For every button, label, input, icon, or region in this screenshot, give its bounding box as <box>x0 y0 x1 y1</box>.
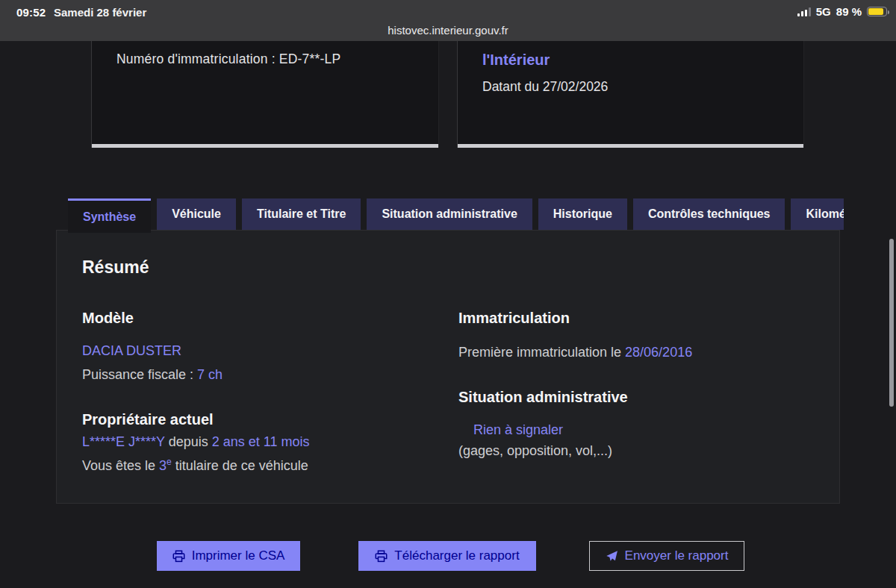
card-bottom-accent <box>458 144 803 148</box>
tab-kilometrage[interactable]: Kilométrage <box>791 198 844 230</box>
print-csa-label: Imprimer le CSA <box>192 548 285 563</box>
synthese-panel: Résumé Modèle DACIA DUSTER Puissance fis… <box>56 230 840 504</box>
print-csa-button[interactable]: Imprimer le CSA <box>157 541 300 571</box>
fiscal-power-label: Puissance fiscale : <box>82 367 197 382</box>
address-bar[interactable]: histovec.interieur.gouv.fr <box>0 24 896 37</box>
download-report-button[interactable]: Télécharger le rapport <box>358 541 536 571</box>
owner-heading: Propriétaire actuel <box>82 410 458 428</box>
holder-rank: 3 <box>159 458 167 473</box>
battery-icon <box>867 7 887 16</box>
holder-rank-ordinal: e <box>167 457 172 467</box>
first-registration-label: Première immatriculation le <box>458 345 625 360</box>
owner-line: L*****E J****Y depuis 2 ans et 11 mois <box>82 434 458 450</box>
clock: 09:52 <box>16 6 46 19</box>
panel-title: Résumé <box>82 257 839 277</box>
tab-vehicule[interactable]: Véhicule <box>157 198 236 230</box>
printer-icon <box>172 550 185 563</box>
situation-heading: Situation administrative <box>458 388 839 406</box>
send-report-button[interactable]: Envoyer le rapport <box>589 541 744 571</box>
tab-historique[interactable]: Historique <box>538 198 627 230</box>
owner-since-label: depuis <box>165 434 212 449</box>
registration-number: Numéro d'immatriculation : ED-7**-LP <box>116 51 438 67</box>
cellular-signal-icon <box>797 7 811 16</box>
tab-controles-techniques[interactable]: Contrôles techniques <box>633 198 785 230</box>
holder-line: Vous êtes le 3e titulaire de ce véhicule <box>82 457 458 474</box>
status-indicators: 5G 89 % <box>797 5 887 18</box>
certificate-card: l'Intérieur Datant du 27/02/2026 <box>457 41 804 148</box>
send-plane-icon <box>606 550 618 563</box>
page-scrollbar[interactable] <box>889 239 894 407</box>
send-report-label: Envoyer le rapport <box>625 548 729 563</box>
registration-card: Numéro d'immatriculation : ED-7**-LP <box>91 41 439 148</box>
printer-icon <box>375 550 388 563</box>
tab-synthese[interactable]: Synthèse <box>68 198 151 233</box>
battery-percent: 89 % <box>836 5 862 18</box>
fiscal-power-value: 7 ch <box>197 367 223 382</box>
fiscal-power-line: Puissance fiscale : 7 ch <box>82 367 458 383</box>
tab-titulaire-et-titre[interactable]: Titulaire et Titre <box>242 198 361 230</box>
date: Samedi 28 février <box>54 6 146 19</box>
first-registration-date: 28/06/2016 <box>625 345 692 360</box>
tab-situation-administrative[interactable]: Situation administrative <box>367 198 532 230</box>
model-name: DACIA DUSTER <box>82 343 458 359</box>
certificate-date: Datant du 27/02/2026 <box>482 79 803 95</box>
summary-left-column: Modèle DACIA DUSTER Puissance fiscale : … <box>82 309 458 474</box>
card-bottom-accent <box>92 144 438 148</box>
owner-since-value: 2 ans et 11 mois <box>212 434 310 449</box>
model-heading: Modèle <box>82 309 458 327</box>
report-tab-bar: Synthèse Véhicule Titulaire et Titre Sit… <box>56 198 844 233</box>
status-bar: 09:52 Samedi 28 février 5G 89 % histovec… <box>0 0 896 41</box>
first-registration-line: Première immatriculation le 28/06/2016 <box>458 345 839 360</box>
holder-suffix: titulaire de ce véhicule <box>172 458 308 473</box>
download-report-label: Télécharger le rapport <box>394 548 519 563</box>
network-type: 5G <box>816 5 831 18</box>
holder-prefix: Vous êtes le <box>82 458 159 473</box>
situation-note: (gages, opposition, vol,...) <box>458 443 839 459</box>
situation-status: Rien à signaler <box>458 422 839 438</box>
summary-right-column: Immatriculation Première immatriculation… <box>458 309 839 474</box>
registration-heading: Immatriculation <box>458 309 839 327</box>
certificate-link[interactable]: l'Intérieur <box>482 51 803 69</box>
owner-name: L*****E J****Y <box>82 434 165 449</box>
